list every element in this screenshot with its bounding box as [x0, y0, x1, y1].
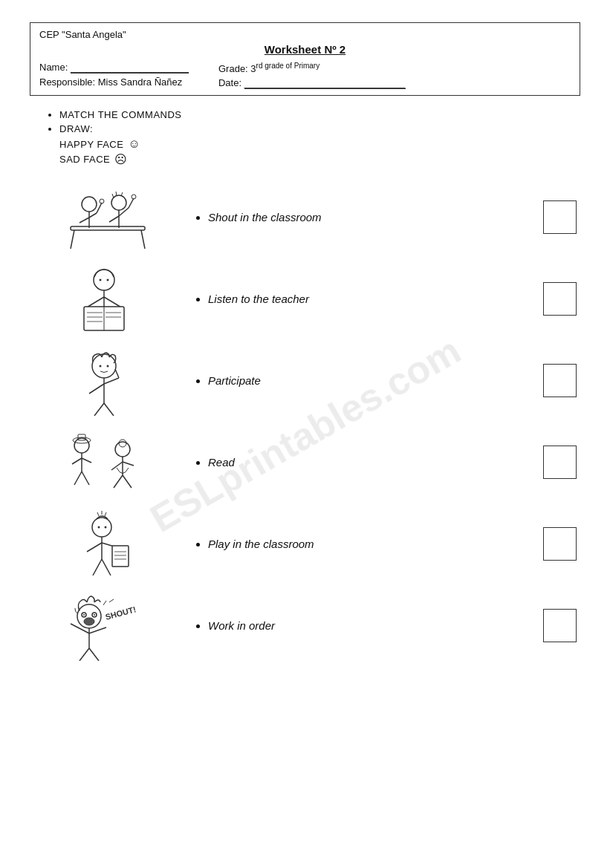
- grade-field: Grade: 3rd grade of Primary: [218, 62, 406, 74]
- image-6: SHOUT!: [30, 590, 178, 661]
- svg-rect-64: [112, 546, 129, 567]
- activity-row-5: Play in the classroom: [30, 506, 580, 581]
- activity-label-4: Read: [208, 456, 235, 469]
- svg-point-75: [94, 614, 95, 616]
- svg-point-3: [82, 197, 97, 212]
- svg-line-44: [74, 471, 82, 485]
- text-5: Play in the classroom: [178, 538, 539, 550]
- answer-box-2: [539, 282, 580, 316]
- image-2: [30, 264, 178, 334]
- school-name: CEP "Santa Angela": [39, 29, 571, 40]
- text-3: Participate: [178, 374, 539, 387]
- svg-line-45: [82, 471, 89, 485]
- svg-point-19: [100, 278, 102, 281]
- happy-face-icon: ☺: [128, 137, 140, 151]
- worksheet-title: Worksheet Nº 2: [39, 43, 571, 56]
- svg-point-71: [84, 618, 94, 625]
- activity-label-6: Work in order: [208, 619, 275, 632]
- image-5: [30, 509, 178, 579]
- svg-line-83: [109, 599, 114, 602]
- svg-line-51: [123, 462, 134, 466]
- text-6: Work in order: [178, 619, 539, 632]
- svg-line-62: [87, 543, 102, 552]
- svg-line-69: [102, 559, 111, 575]
- instructions-section: MATCH THE COMMANDS DRAW: HAPPY FACE ☺ SA…: [45, 109, 580, 166]
- svg-line-2: [141, 230, 145, 249]
- svg-point-33: [107, 365, 109, 367]
- answer-box-6: [539, 609, 580, 642]
- svg-line-38: [94, 403, 104, 416]
- date-field: Date: ______________________________: [218, 77, 406, 89]
- image-4: [30, 427, 178, 497]
- svg-point-32: [100, 365, 102, 367]
- image-3: [30, 345, 178, 416]
- svg-line-77: [71, 624, 89, 633]
- text-1: Shout in the classroom: [178, 211, 539, 223]
- activity-label-2: Listen to the teacher: [208, 293, 309, 305]
- instruction-1: MATCH THE COMMANDS: [59, 109, 580, 120]
- answer-box-4: [539, 446, 580, 479]
- activity-row-2: Listen to the teacher: [30, 261, 580, 336]
- svg-line-56: [97, 512, 99, 516]
- activity-row-4: Read: [30, 425, 580, 499]
- svg-line-35: [104, 378, 119, 384]
- svg-line-16: [129, 198, 134, 208]
- svg-point-20: [107, 278, 109, 281]
- answer-box-5: [539, 527, 580, 561]
- text-2: Listen to the teacher: [178, 293, 539, 305]
- svg-line-7: [97, 203, 102, 213]
- responsible-field: Responsible: Miss Sandra Ñañez: [39, 76, 189, 88]
- svg-point-60: [105, 526, 107, 528]
- svg-line-52: [114, 475, 123, 488]
- svg-line-53: [123, 475, 132, 488]
- svg-point-55: [92, 518, 111, 537]
- svg-line-1: [71, 230, 74, 249]
- svg-line-58: [105, 512, 106, 516]
- activity-label-3: Participate: [208, 374, 261, 387]
- svg-line-39: [104, 403, 114, 416]
- svg-point-59: [98, 526, 100, 528]
- svg-line-79: [80, 648, 89, 661]
- answer-box-3: [539, 364, 580, 397]
- sad-face-row: SAD FACE ☹: [59, 152, 580, 166]
- svg-line-82: [103, 601, 106, 605]
- svg-line-37: [89, 384, 104, 394]
- svg-point-48: [115, 442, 130, 457]
- activity-label-5: Play in the classroom: [208, 538, 314, 550]
- svg-line-5: [80, 218, 89, 223]
- svg-line-36: [115, 369, 119, 378]
- activity-label-1: Shout in the classroom: [208, 211, 322, 223]
- svg-line-80: [89, 648, 99, 661]
- activity-row-1: Shout in the classroom: [30, 180, 580, 254]
- svg-point-74: [83, 614, 85, 616]
- activity-row-6: SHOUT! Work in order: [30, 588, 580, 662]
- instruction-2: DRAW:: [59, 123, 580, 134]
- name-field: Name: ______________________: [39, 62, 189, 74]
- image-1: [30, 182, 178, 252]
- svg-line-6: [89, 213, 97, 218]
- svg-line-14: [109, 216, 119, 222]
- sad-face-icon: ☹: [114, 152, 128, 166]
- text-4: Read: [178, 456, 539, 469]
- svg-line-43: [82, 458, 91, 463]
- svg-line-42: [72, 458, 82, 464]
- happy-face-row: HAPPY FACE ☺: [59, 137, 580, 151]
- activity-row-3: Participate: [30, 343, 580, 417]
- svg-rect-0: [71, 226, 145, 230]
- svg-point-31: [92, 354, 116, 378]
- svg-line-15: [119, 208, 129, 216]
- header-box: CEP "Santa Angela" Worksheet Nº 2 Name: …: [30, 22, 580, 96]
- answer-box-1: [539, 200, 580, 234]
- svg-line-68: [93, 559, 102, 575]
- svg-text:SHOUT!: SHOUT!: [104, 604, 137, 621]
- svg-point-54: [119, 440, 126, 447]
